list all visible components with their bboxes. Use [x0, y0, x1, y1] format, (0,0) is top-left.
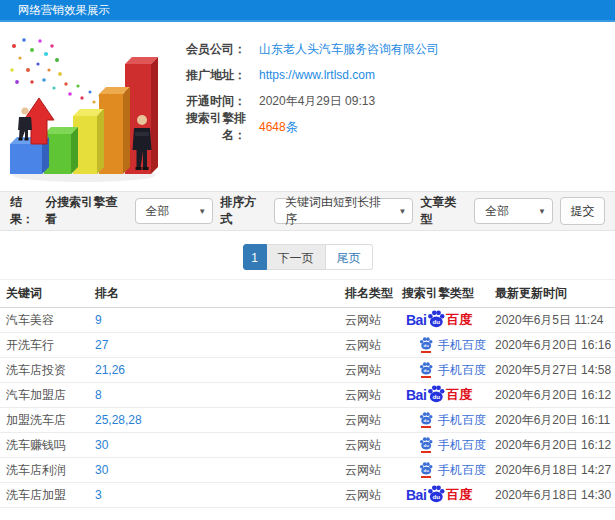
rank-cell[interactable]: 21,26: [95, 358, 345, 383]
sort-select-value: 关键词由短到长排序: [285, 194, 392, 228]
mobile-baidu-paw-icon: du: [418, 437, 433, 453]
submit-button[interactable]: 提交: [560, 197, 605, 225]
table-row: 开洗车行 27 云网站 Bai: [0, 333, 615, 358]
engine-type-cell: Bai du 百度: [402, 308, 495, 333]
svg-text:du: du: [423, 368, 429, 373]
info-section: 会员公司： 山东老人头汽车服务咨询有限公司 推广地址： https://www.…: [0, 22, 615, 191]
caret-down-icon: ▼: [538, 207, 546, 216]
info-row-engine-rank: 搜索引擎排名： 4648条: [168, 114, 615, 140]
engine-select-value: 全部: [146, 203, 170, 220]
engine-filter-label: 分搜索引擎查看: [45, 194, 127, 228]
engine-type-cell: Bai du 百度: [402, 358, 495, 383]
mobile-baidu-paw-icon: du: [418, 362, 433, 378]
page-1-button[interactable]: 1: [243, 244, 267, 270]
mobile-baidu-label: 手机百度: [438, 462, 486, 479]
page-title: 网络营销效果展示: [18, 4, 110, 16]
table-row: 汽车美容 9 云网站 Bai: [0, 308, 615, 333]
rank-type-cell: 云网站: [345, 483, 402, 508]
col-header-rank-type: 排名类型: [345, 280, 402, 308]
rank-cell[interactable]: 9: [95, 308, 345, 333]
rank-unit-link[interactable]: 条: [286, 120, 298, 134]
caret-down-icon: ▼: [198, 207, 206, 216]
promo-url-label: 推广地址：: [168, 67, 246, 84]
pagination: 1 下一页 尾页: [0, 244, 615, 270]
baidu-logo-name-text: 百度: [446, 311, 472, 329]
engine-rank-value: 4648条: [259, 119, 298, 136]
page: 网络营销效果展示: [0, 0, 615, 520]
updated-cell: 2020年6月20日 16:11: [495, 408, 615, 433]
keyword-cell: 洗车店加盟: [0, 483, 95, 508]
baidu-logo-name-text: 百度: [446, 486, 472, 504]
engine-rank-label: 搜索引擎排名：: [168, 110, 246, 144]
col-header-rank: 排名: [95, 280, 345, 308]
table-row: 汽车加盟店 8 云网站 Bai: [0, 383, 615, 408]
member-company-label: 会员公司：: [168, 41, 246, 58]
table-row: 洗车赚钱吗 30 云网站 Bai: [0, 433, 615, 458]
mobile-baidu-logo: du 手机百度: [406, 412, 486, 429]
baidu-paw-icon: du: [427, 310, 445, 328]
table-row: 加盟洗车店 25,28,28 云网站 Bai: [0, 408, 615, 433]
engine-type-cell: Bai du 百度: [402, 433, 495, 458]
baidu-logo-name-text: 百度: [446, 386, 472, 404]
engine-type-cell: Bai du 百度: [402, 458, 495, 483]
updated-cell: 2020年6月20日 16:12: [495, 383, 615, 408]
keyword-cell: 洗车赚钱吗: [0, 433, 95, 458]
table-body: 汽车美容 9 云网站 Bai: [0, 308, 615, 508]
rank-type-cell: 云网站: [345, 408, 402, 433]
svg-text:du: du: [423, 418, 429, 423]
member-company-link[interactable]: 山东老人头汽车服务咨询有限公司: [259, 41, 439, 58]
rank-type-cell: 云网站: [345, 333, 402, 358]
promo-url-link[interactable]: https://www.lrtlsd.com: [259, 68, 375, 82]
engine-type-cell: Bai du 百度: [402, 383, 495, 408]
mobile-baidu-underline: [421, 426, 431, 428]
svg-text:du: du: [433, 393, 441, 400]
rank-cell[interactable]: 30: [95, 433, 345, 458]
next-page-button[interactable]: 下一页: [267, 244, 326, 270]
mobile-baidu-paw-icon: du: [418, 462, 433, 478]
rank-type-cell: 云网站: [345, 458, 402, 483]
table-header-row: 关键词 排名 排名类型 搜索引擎类型 最新更新时间: [0, 280, 615, 308]
mobile-baidu-underline: [421, 476, 431, 478]
article-type-select[interactable]: 全部 ▼: [474, 198, 553, 224]
sort-filter-label: 排序方式: [220, 194, 267, 228]
rank-cell[interactable]: 3: [95, 483, 345, 508]
info-row-member-company: 会员公司： 山东老人头汽车服务咨询有限公司: [168, 36, 615, 62]
engine-select[interactable]: 全部 ▼: [135, 198, 214, 224]
updated-cell: 2020年6月18日 14:30: [495, 483, 615, 508]
rank-table: 关键词 排名 排名类型 搜索引擎类型 最新更新时间 汽车美容 9 云网站 Bai: [0, 279, 615, 508]
filter-controls: 分搜索引擎查看 全部 ▼ 排序方式 关键词由短到长排序 ▼ 文章类型 全部 ▼ …: [45, 194, 605, 228]
keyword-cell: 汽车美容: [0, 308, 95, 333]
table-row: 洗车店利润 30 云网站 Bai: [0, 458, 615, 483]
svg-text:du: du: [423, 443, 429, 448]
mobile-baidu-paw-icon: du: [418, 412, 433, 428]
rank-cell[interactable]: 8: [95, 383, 345, 408]
col-header-engine-type: 搜索引擎类型: [402, 280, 495, 308]
filter-bar: 结果： 分搜索引擎查看 全部 ▼ 排序方式 关键词由短到长排序 ▼ 文章类型 全…: [0, 191, 615, 231]
article-type-label: 文章类型: [420, 194, 467, 228]
updated-cell: 2020年6月20日 16:16: [495, 333, 615, 358]
mobile-baidu-underline: [421, 451, 431, 453]
sort-select[interactable]: 关键词由短到长排序 ▼: [274, 198, 413, 224]
baidu-logo: Bai du 百度: [406, 311, 472, 329]
mobile-baidu-logo: du 手机百度: [406, 337, 486, 354]
open-time-value: 2020年4月29日 09:13: [259, 93, 375, 110]
caret-down-icon: ▼: [398, 207, 406, 216]
engine-type-cell: Bai du 百度: [402, 483, 495, 508]
info-row-promo-url: 推广地址： https://www.lrtlsd.com: [168, 62, 615, 88]
keyword-cell: 汽车加盟店: [0, 383, 95, 408]
article-type-select-value: 全部: [485, 203, 509, 220]
rank-cell[interactable]: 27: [95, 333, 345, 358]
baidu-logo-bai-text: Bai: [406, 312, 426, 328]
mobile-baidu-paw-icon: du: [418, 337, 433, 353]
keyword-cell: 加盟洗车店: [0, 408, 95, 433]
updated-cell: 2020年6月20日 16:12: [495, 433, 615, 458]
last-page-button[interactable]: 尾页: [326, 244, 373, 270]
rank-cell[interactable]: 30: [95, 458, 345, 483]
rank-type-cell: 云网站: [345, 383, 402, 408]
rank-cell[interactable]: 25,28,28: [95, 408, 345, 433]
rank-type-cell: 云网站: [345, 308, 402, 333]
keyword-cell: 开洗车行: [0, 333, 95, 358]
updated-cell: 2020年5月27日 14:58: [495, 358, 615, 383]
rank-type-cell: 云网站: [345, 433, 402, 458]
keyword-cell: 洗车店投资: [0, 358, 95, 383]
